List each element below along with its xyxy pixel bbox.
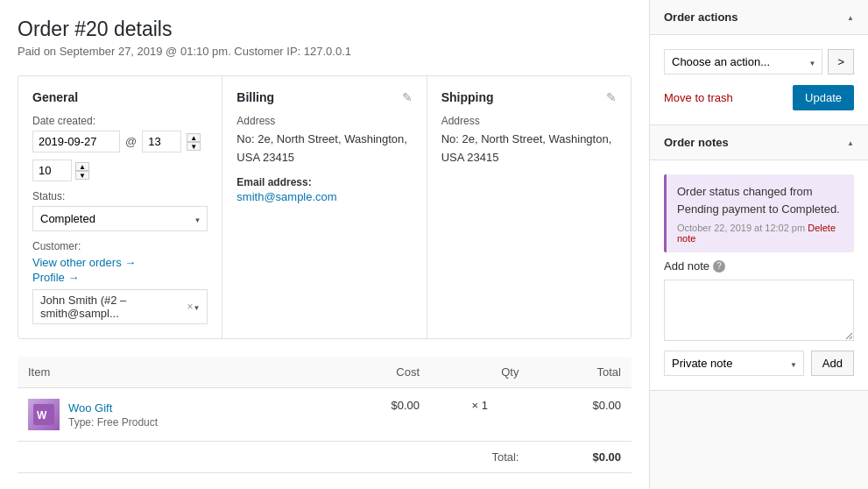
minute-input[interactable] [32, 159, 72, 181]
at-label: @ [125, 135, 137, 148]
email-label: Email address: [236, 176, 412, 188]
order-actions-section: Order actions Choose an action... Email … [650, 0, 868, 125]
general-title: General [32, 90, 78, 104]
note-footer: Private note Note to customer Add [664, 351, 854, 376]
order-notes-collapse-icon [847, 138, 854, 147]
hour-input[interactable] [142, 131, 181, 152]
totals-row: Total: $0.00 [18, 442, 632, 473]
add-note-label: Add note ? [664, 259, 854, 273]
order-actions-footer: Move to trash Update [664, 85, 854, 110]
billing-section: Billing ✎ Address No: 2e, North Street, … [222, 76, 427, 338]
status-label: Status: [32, 190, 208, 202]
col-qty: Qty [430, 357, 529, 388]
move-to-trash-link[interactable]: Move to trash [664, 91, 733, 104]
minute-down-btn[interactable]: ▼ [75, 171, 89, 180]
date-input[interactable] [32, 131, 120, 152]
email-link[interactable]: smith@sample.com [236, 190, 336, 203]
order-actions-title: Order actions [664, 11, 738, 24]
status-select[interactable]: Pending payment Processing On hold Compl… [32, 206, 208, 231]
note-item: Order status changed from Pending paymen… [664, 174, 854, 252]
customer-name: John Smith (#2 – smith@sampl... [40, 294, 183, 320]
shipping-address: No: 2e, North Street, Washington, USA 23… [441, 131, 617, 167]
page-subtitle: Paid on September 27, 2019 @ 01:10 pm. C… [18, 45, 632, 58]
order-notes-body: Order status changed from Pending paymen… [650, 160, 868, 390]
table-row: W Woo Gift Type: Free Product $0.00 [18, 388, 632, 442]
billing-address-label: Address [236, 115, 412, 127]
col-total: Total [529, 357, 632, 388]
product-type: Type: Free Product [68, 416, 158, 429]
action-select[interactable]: Choose an action... Email invoice / orde… [664, 49, 822, 74]
order-notes-title: Order notes [664, 136, 729, 149]
billing-edit-icon[interactable]: ✎ [402, 90, 413, 104]
items-table: Item Cost Qty Total W [18, 357, 632, 473]
customer-select-wrap: John Smith (#2 – smith@sampl... × [32, 289, 208, 324]
note-textarea[interactable] [664, 280, 854, 341]
action-go-button[interactable]: > [828, 49, 854, 74]
svg-text:W: W [37, 409, 47, 422]
col-cost: Cost [328, 357, 431, 388]
view-other-orders-link[interactable]: View other orders → [32, 256, 208, 269]
general-section: General Date created: @ ▲ ▼ ▲ ▼ [18, 76, 222, 338]
customer-links: View other orders → Profile → [32, 256, 208, 284]
shipping-address-label: Address [441, 115, 617, 127]
note-type-select[interactable]: Private note Note to customer [664, 351, 804, 376]
product-cost: $0.00 [328, 388, 431, 442]
note-text: Order status changed from Pending paymen… [677, 183, 843, 217]
minute-spinner[interactable]: ▲ ▼ [75, 162, 89, 180]
minute-up-btn[interactable]: ▲ [75, 162, 89, 171]
action-select-wrap: Choose an action... Email invoice / orde… [664, 49, 822, 74]
customer-dropdown-icon[interactable] [193, 302, 200, 312]
totals-value: $0.00 [529, 442, 632, 473]
product-qty: × 1 [430, 388, 529, 442]
order-actions-collapse-icon [847, 12, 854, 22]
action-row: Choose an action... Email invoice / orde… [664, 49, 854, 74]
profile-link[interactable]: Profile → [32, 271, 208, 284]
billing-address: No: 2e, North Street, Washington, USA 23… [236, 131, 412, 167]
sidebar: Order actions Choose an action... Email … [649, 0, 868, 489]
billing-title: Billing [236, 90, 274, 104]
add-note-info-icon: ? [713, 260, 725, 273]
hour-spinner[interactable]: ▲ ▼ [187, 133, 201, 151]
shipping-title: Shipping [441, 90, 494, 104]
remove-customer-icon[interactable]: × [187, 301, 193, 313]
product-total: $0.00 [529, 388, 632, 442]
shipping-section: Shipping ✎ Address No: 2e, North Street,… [427, 76, 631, 338]
product-thumbnail: W [28, 399, 60, 430]
order-notes-section: Order notes Order status changed from Pe… [650, 125, 868, 391]
customer-label: Customer: [32, 240, 208, 252]
shipping-edit-icon[interactable]: ✎ [606, 90, 617, 104]
order-actions-header[interactable]: Order actions [650, 0, 868, 35]
add-note-button[interactable]: Add [811, 351, 854, 376]
hour-up-btn[interactable]: ▲ [187, 133, 201, 142]
date-label: Date created: [32, 115, 208, 127]
totals-label: Total: [430, 442, 529, 473]
note-meta: October 22, 2019 at 12:02 pm Delete note [677, 223, 843, 244]
status-select-wrap: Pending payment Processing On hold Compl… [32, 206, 208, 231]
order-actions-body: Choose an action... Email invoice / orde… [650, 35, 868, 124]
page-title: Order #20 details [18, 18, 632, 41]
note-type-select-wrap: Private note Note to customer [664, 351, 804, 376]
customer-tag: John Smith (#2 – smith@sampl... × [40, 294, 193, 320]
order-notes-header[interactable]: Order notes [650, 125, 868, 160]
note-timestamp: October 22, 2019 at 12:02 pm [677, 223, 805, 233]
col-item: Item [18, 357, 328, 388]
update-button[interactable]: Update [793, 85, 854, 110]
product-name-link[interactable]: Woo Gift [68, 401, 112, 415]
hour-down-btn[interactable]: ▼ [187, 142, 201, 151]
